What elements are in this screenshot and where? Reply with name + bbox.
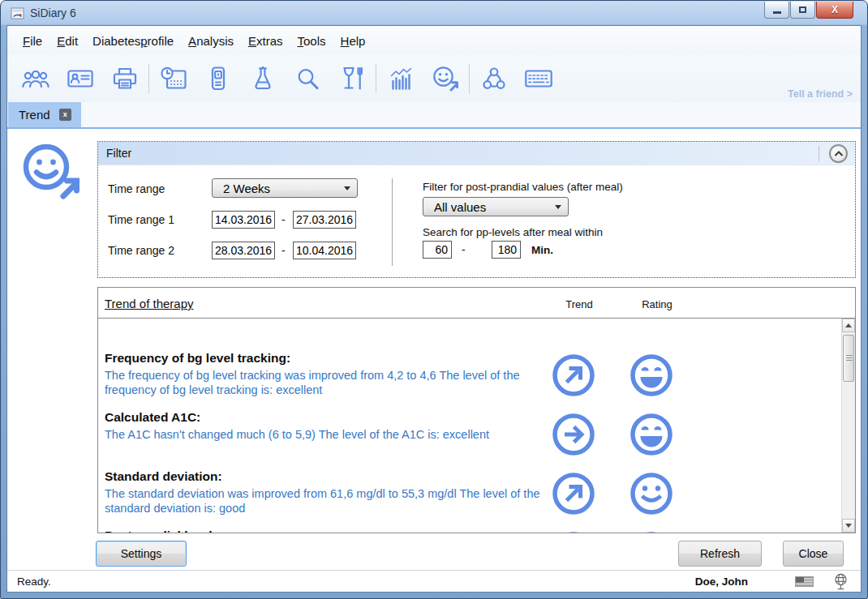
menu-extras[interactable]: Extras: [241, 28, 290, 53]
title-bar: SiDiary 6 X: [1, 1, 867, 25]
trend-row-standard-deviation: Standard deviation: The standard deviati…: [105, 469, 841, 528]
range-dash: -: [281, 244, 286, 257]
range-dash: -: [281, 213, 286, 226]
users-icon: [22, 68, 49, 89]
window-title: SiDiary 6: [30, 6, 76, 19]
pp-filter-dropdown[interactable]: All values: [423, 197, 569, 216]
menu-edit[interactable]: Edit: [49, 28, 85, 53]
filter-vertical-divider: [392, 178, 393, 266]
trend-row-frequency: Frequency of bg level tracking: The freq…: [105, 351, 841, 410]
range-dash: -: [462, 243, 466, 256]
trend-smiley-icon: [432, 65, 459, 92]
close-icon: X: [831, 4, 838, 15]
filter-header-label: Filter: [106, 147, 131, 160]
chevron-up-icon: [834, 150, 844, 157]
chevron-down-icon: [344, 186, 350, 190]
toolbar-trend-button[interactable]: [423, 55, 467, 102]
triangle-up-icon: [845, 323, 852, 327]
filter-header-separator: [819, 146, 819, 161]
menu-bar: File Edit Diabetesprofile Analysis Extra…: [7, 26, 861, 55]
contact-card-icon: [67, 68, 93, 89]
close-window-button[interactable]: X: [816, 2, 853, 19]
trend-up-icon: [552, 473, 595, 515]
filter-panel: Filter Time range 2 Weeks Time range 1 -…: [97, 141, 856, 278]
toolbar-share-button[interactable]: [471, 55, 516, 102]
calendar-clock-icon: [161, 66, 187, 91]
rating-smile-icon: [630, 473, 672, 515]
time-range-1-to-input[interactable]: [293, 211, 356, 229]
toolbar-search-button[interactable]: [285, 55, 329, 102]
rating-laugh-icon: [630, 413, 672, 456]
toolbar-keyboard-button[interactable]: [516, 55, 561, 102]
toolbar-lab-button[interactable]: [240, 55, 285, 102]
status-bar: Ready. Doe, John: [7, 570, 861, 592]
trend-of-therapy-title: Trend of therapy: [105, 297, 194, 310]
scroll-down-button[interactable]: [842, 519, 855, 533]
toolbar-print-button[interactable]: [102, 55, 147, 102]
time-range-2-to-input[interactable]: [293, 242, 356, 259]
menu-file[interactable]: File: [15, 28, 49, 53]
pp-unit-label: Min.: [531, 244, 553, 256]
toolbar-separator: [469, 64, 470, 93]
bg-meter-icon: [208, 66, 228, 91]
vertical-scrollbar[interactable]: [841, 319, 855, 533]
toolbar-separator: [148, 64, 149, 93]
tab-strip: Trend x: [7, 102, 861, 129]
trend-page-smiley-icon: [19, 141, 83, 208]
trend-up-icon: [552, 354, 595, 396]
tab-close-button[interactable]: x: [59, 109, 71, 121]
toolbar-separator: [376, 64, 376, 93]
toolbar-diary-button[interactable]: [151, 55, 196, 102]
rating-column-header: Rating: [630, 298, 684, 310]
close-button[interactable]: Close: [783, 541, 844, 567]
menu-analysis[interactable]: Analysis: [181, 28, 241, 53]
menu-diabetesprofile[interactable]: Diabetesprofile: [85, 28, 181, 53]
minimize-button[interactable]: [764, 2, 789, 19]
toolbar-users-button[interactable]: [13, 55, 58, 102]
time-range-2-from-input[interactable]: [212, 242, 275, 259]
toolbar-patient-data-button[interactable]: [58, 55, 102, 102]
settings-button[interactable]: Settings: [96, 541, 187, 567]
trend-of-therapy-panel: Trend of therapy Trend Rating Frequency …: [97, 287, 856, 533]
menu-tools[interactable]: Tools: [290, 28, 333, 53]
refresh-button[interactable]: Refresh: [678, 541, 762, 567]
maximize-button[interactable]: [790, 2, 815, 19]
scrollbar-thumb[interactable]: [843, 335, 854, 382]
tell-a-friend-link[interactable]: Tell a friend >: [788, 88, 853, 100]
pp-min-input[interactable]: [423, 241, 452, 259]
filter-collapse-button[interactable]: [829, 144, 848, 163]
toolbar: Tell a friend >: [7, 55, 861, 102]
scroll-up-button[interactable]: [842, 319, 855, 332]
trend-column-header: Trend: [552, 298, 606, 310]
triangle-down-icon: [845, 524, 852, 528]
rating-laugh-icon: [630, 354, 672, 396]
trend-row-postprandial: Postprandial levels:: [105, 528, 841, 533]
time-range-1-label: Time range 1: [108, 213, 174, 226]
tab-trend[interactable]: Trend x: [8, 102, 81, 127]
minimize-icon: [773, 11, 781, 14]
flask-icon: [251, 66, 274, 91]
status-text: Ready.: [17, 575, 51, 588]
app-window: SiDiary 6 X File Edit Diabetesprofile An…: [0, 0, 868, 599]
language-flag-icon[interactable]: [795, 576, 814, 587]
toolbar-device-button[interactable]: [196, 55, 240, 102]
search-icon: [296, 67, 319, 90]
app-logo-icon: [11, 6, 24, 20]
time-range-1-from-input[interactable]: [212, 211, 275, 229]
statistics-icon: [388, 67, 414, 90]
toolbar-statistics-button[interactable]: [378, 55, 423, 102]
pp-max-input[interactable]: [492, 241, 521, 259]
pp-search-label: Search for pp-levels after meal within: [423, 226, 603, 238]
trend-rows-list: Frequency of bg level tracking: The freq…: [98, 319, 841, 533]
rating-smile-icon: [630, 532, 672, 533]
trend-row-a1c: Calculated A1C: The A1C hasn't changed m…: [105, 410, 841, 469]
time-range-dropdown[interactable]: 2 Weeks: [212, 178, 358, 198]
filter-panel-header[interactable]: Filter: [98, 142, 855, 165]
share-icon: [482, 66, 506, 91]
meal-icon: [341, 66, 363, 91]
globe-icon[interactable]: [833, 573, 849, 590]
window-controls: X: [764, 2, 853, 19]
printer-icon: [113, 67, 137, 90]
toolbar-nutrition-button[interactable]: [329, 55, 374, 102]
menu-help[interactable]: Help: [333, 28, 373, 53]
